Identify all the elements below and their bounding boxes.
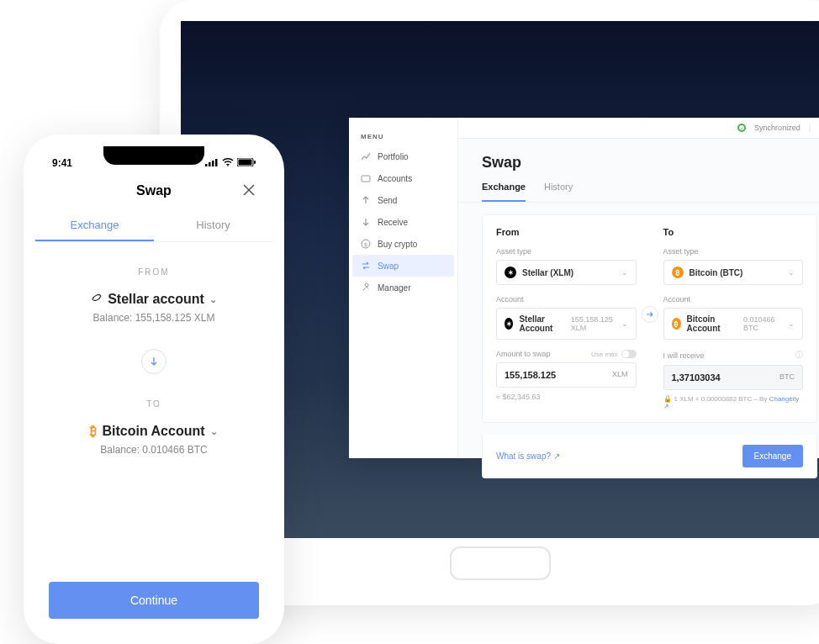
chevron-down-icon: ⌄: [788, 268, 795, 277]
close-button[interactable]: [242, 182, 256, 201]
swap-divider: [52, 349, 256, 374]
lock-icon: 🔒: [663, 395, 672, 403]
stellar-icon: ✶: [505, 318, 513, 330]
chart-icon: [361, 151, 371, 161]
sidebar-item-label: Swap: [378, 261, 399, 271]
svg-point-8: [227, 165, 229, 166]
sidebar-item-accounts[interactable]: Accounts: [349, 167, 457, 189]
swap-footer: What is swap? ↗ Exchange: [482, 435, 817, 478]
usd-equivalent: ≈ $62,345.63: [496, 393, 637, 401]
from-asset-value: Stellar (XLM): [522, 268, 573, 277]
tab-history[interactable]: History: [544, 182, 573, 202]
wifi-icon: [222, 157, 234, 169]
sidebar-item-buy-crypto[interactable]: $ Buy crypto: [349, 233, 457, 255]
from-amount-unit: XLM: [612, 370, 628, 380]
chevron-down-icon: ⌄: [621, 319, 628, 328]
page-title: Swap: [458, 139, 819, 182]
sidebar-item-manager[interactable]: Manager: [349, 277, 457, 298]
sidebar-item-label: Send: [378, 196, 397, 205]
status-time: 9:41: [52, 157, 72, 169]
phone-tab-history[interactable]: History: [154, 210, 272, 241]
phone-body: FROM Stellar account ⌄ Balance: 155,158.…: [35, 242, 272, 456]
from-account-value: Stellar Account: [519, 314, 564, 333]
phone-tab-exchange[interactable]: Exchange: [35, 210, 154, 241]
svg-rect-6: [212, 161, 214, 166]
receive-unit: BTC: [779, 372, 795, 383]
from-amount-label: Amount to swap: [496, 350, 551, 358]
sync-check-icon: ✓: [737, 124, 746, 132]
phone-device-frame: 9:41 Swap Exchange History: [24, 135, 284, 644]
to-asset-value: Bitcoin (BTC): [690, 268, 743, 277]
to-balance: Balance: 0.010466 BTC: [52, 444, 256, 456]
external-link-icon: ↗: [553, 451, 560, 461]
chevron-down-icon: ⌄: [210, 426, 218, 437]
to-asset-label: Asset type: [663, 247, 804, 256]
receive-label: I will receive: [663, 351, 705, 360]
receive-amount-display: 1,37103034 BTC: [663, 365, 804, 390]
svg-rect-0: [362, 176, 370, 182]
signal-icon: [205, 157, 219, 169]
from-account-name: Stellar account: [108, 292, 204, 307]
to-label: TO: [52, 399, 256, 409]
swap-direction-button[interactable]: [642, 306, 658, 323]
swap-from-column: From Asset type ✶ Stellar (XLM) ⌄ Accoun…: [483, 215, 650, 422]
svg-rect-7: [215, 159, 218, 166]
main-area: ✓ Synchronized | Swap Exchange History F…: [458, 118, 819, 458]
info-icon[interactable]: ⓘ: [795, 350, 803, 361]
phone-header: Swap: [35, 180, 272, 210]
from-account-selector[interactable]: Stellar account ⌄: [52, 292, 256, 307]
from-label: FROM: [52, 267, 256, 277]
wrench-icon: [361, 282, 371, 293]
send-icon: [361, 195, 371, 205]
exchange-rate: 🔒1 XLM = 0,00000882 BTC – By Changelly ↗: [663, 395, 804, 410]
use-max-toggle[interactable]: Use max: [591, 350, 637, 358]
sidebar-item-send[interactable]: Send: [349, 189, 457, 211]
continue-button[interactable]: Continue: [49, 582, 259, 619]
svg-rect-5: [209, 162, 211, 166]
chevron-down-icon: ⌄: [788, 319, 795, 328]
battery-icon: [237, 157, 256, 169]
stellar-icon: ✶: [505, 267, 516, 278]
sidebar-item-portfolio[interactable]: Portfolio: [349, 145, 457, 167]
phone-notch: [103, 146, 204, 165]
to-account-value: Bitcoin Account: [687, 314, 737, 333]
receive-value: 1,37103034: [672, 372, 721, 383]
changelly-link[interactable]: Changelly: [769, 395, 800, 403]
svg-text:$: $: [364, 242, 367, 247]
sidebar-item-label: Receive: [378, 218, 408, 227]
divider: |: [809, 124, 811, 132]
to-heading: To: [663, 227, 804, 237]
svg-rect-4: [205, 164, 208, 166]
to-account-selector[interactable]: ₿ Bitcoin Account ⌄: [52, 424, 256, 439]
swap-panel: From Asset type ✶ Stellar (XLM) ⌄ Accoun…: [482, 214, 817, 423]
swap-direction-icon[interactable]: [141, 349, 166, 374]
phone-tabs: Exchange History: [35, 210, 272, 242]
swap-icon: [361, 261, 371, 271]
external-link-icon: ↗: [663, 403, 669, 410]
sidebar-item-swap[interactable]: Swap: [352, 255, 454, 277]
from-asset-label: Asset type: [496, 247, 637, 256]
svg-rect-10: [239, 160, 252, 166]
from-amount-value: 155,158.125: [505, 370, 556, 380]
receive-icon: [361, 217, 371, 227]
sidebar-item-receive[interactable]: Receive: [349, 211, 457, 233]
sidebar-menu-title: MENU: [349, 124, 457, 145]
from-amount-input[interactable]: 155,158.125 XLM: [496, 362, 637, 388]
what-is-swap-link[interactable]: What is swap? ↗: [496, 451, 560, 461]
from-account-label: Account: [496, 295, 637, 304]
from-account-selector[interactable]: ✶ Stellar Account 155,158.125 XLM ⌄: [496, 308, 637, 340]
sync-status: Synchronized: [754, 124, 801, 132]
swap-to-column: To Asset type ₿ Bitcoin (BTC) ⌄ Account …: [650, 215, 817, 422]
sidebar-item-label: Buy crypto: [378, 240, 417, 249]
sidebar-item-label: Manager: [378, 283, 410, 293]
to-asset-selector[interactable]: ₿ Bitcoin (BTC) ⌄: [663, 260, 804, 285]
exchange-button[interactable]: Exchange: [742, 445, 803, 467]
chevron-down-icon: ⌄: [621, 268, 628, 277]
tab-exchange[interactable]: Exchange: [482, 182, 526, 202]
to-account-selector[interactable]: ₿ Bitcoin Account 0.010466 BTC ⌄: [663, 308, 804, 340]
topbar: ✓ Synchronized |: [458, 118, 819, 139]
from-asset-selector[interactable]: ✶ Stellar (XLM) ⌄: [496, 260, 637, 285]
sidebar-item-label: Portfolio: [378, 152, 409, 161]
to-account-label: Account: [663, 295, 804, 304]
to-account-balance: 0.010466 BTC: [743, 315, 782, 332]
